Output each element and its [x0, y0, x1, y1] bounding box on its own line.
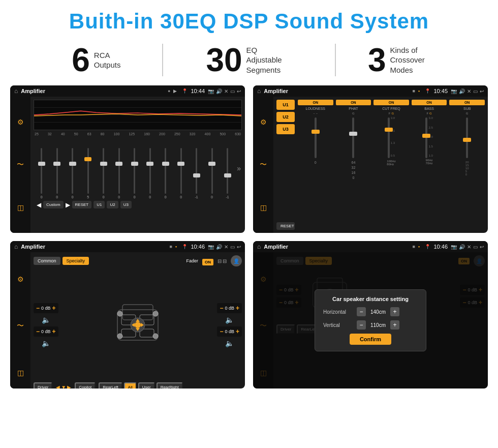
eq-u2-btn[interactable]: U2: [107, 201, 118, 208]
dist-home-icon[interactable]: ⌂: [257, 243, 261, 250]
xover-phat-val4: 0: [352, 176, 354, 180]
eq-screen-title: Amplifier: [21, 88, 165, 94]
xover-sub-slider[interactable]: [466, 117, 468, 158]
fader-left-db2-plus[interactable]: +: [52, 328, 56, 335]
eq-home-icon[interactable]: ⌂: [14, 87, 18, 95]
eq-back-icon[interactable]: ↩: [237, 88, 241, 94]
xover-back-icon[interactable]: ↩: [480, 88, 484, 94]
dialog-confirm-button[interactable]: Confirm: [350, 334, 391, 345]
xover-sub-on[interactable]: ON: [449, 100, 485, 105]
fader-rearright-btn[interactable]: RearRight: [157, 382, 183, 389]
fader-screen: ⌂ Amplifier ■ ● 📍 10:46 📷 🔊 ✕ ▭ ↩ ⚙ 〜 ◫: [10, 241, 245, 389]
fader-location-icon: 📍: [182, 244, 188, 249]
xover-speaker-icon[interactable]: ◫: [260, 203, 267, 212]
stat-rca-number: 6: [72, 44, 90, 76]
fader-right-db2-plus[interactable]: +: [236, 328, 239, 335]
xover-location-icon: 📍: [425, 88, 430, 94]
xover-phat-slider[interactable]: [352, 117, 354, 158]
eq-time: 10:44: [191, 88, 205, 94]
xover-reset-area: RESET: [276, 222, 295, 230]
xover-cutfreq-col: ON CUT FREQ FG 3.02.11.30.5 10: [374, 100, 409, 230]
xover-u3-btn[interactable]: U3: [276, 124, 295, 134]
svg-point-9: [117, 311, 122, 316]
eq-filter-icon[interactable]: ⚙: [17, 118, 24, 126]
eq-next-btn[interactable]: ▶: [66, 201, 70, 208]
xover-phat-g-label: G: [352, 112, 355, 115]
fader-speaker-icon[interactable]: ◫: [17, 369, 24, 377]
xover-bass-on[interactable]: ON: [412, 100, 447, 105]
eq-status-icons: 📷 🔊 ✕ ▭ ↩: [208, 88, 241, 94]
xover-home-icon[interactable]: ⌂: [257, 87, 261, 95]
xover-u1-btn[interactable]: U1: [276, 100, 295, 110]
fader-right-db-2: − 0 dB +: [217, 326, 242, 337]
fader-content: Common Specialty Fader ON ⊟ ⊟ 👤: [30, 252, 245, 389]
fader-right-db1-minus[interactable]: −: [220, 305, 223, 312]
xover-filter-icon[interactable]: ⚙: [260, 118, 267, 126]
fader-user-btn[interactable]: User: [138, 382, 155, 389]
fader-rearleft-btn[interactable]: RearLeft: [99, 382, 122, 389]
fader-left-db-2: − 0 dB +: [34, 326, 58, 337]
fader-side-arrows: ◀ ▼ ▶: [56, 382, 71, 389]
fader-left-arrow[interactable]: ◀: [56, 384, 60, 389]
xover-screen-title: Amplifier: [264, 88, 409, 94]
fader-copilot-btn[interactable]: Copilot: [75, 382, 96, 389]
eq-sidebar: ⚙ 〜 ◫: [10, 97, 30, 233]
xover-loudness-slider[interactable]: [315, 117, 317, 158]
eq-custom-btn[interactable]: Custom: [43, 201, 64, 208]
dialog-vertical-minus[interactable]: −: [357, 320, 366, 330]
dialog-vertical-plus[interactable]: +: [390, 320, 399, 330]
fader-left-db1-minus[interactable]: −: [36, 305, 40, 312]
xover-bass-label: BASS: [424, 107, 434, 110]
stat-rca: 6 RCAOutputs: [30, 44, 162, 76]
dialog-vertical-stepper: − 110cm +: [357, 320, 399, 330]
dialog-horizontal-label: Horizontal: [323, 309, 354, 315]
fader-right-db1-plus[interactable]: +: [236, 305, 239, 312]
fader-down-arrow[interactable]: ▼: [61, 384, 66, 389]
eq-prev-btn[interactable]: ◀: [37, 201, 41, 208]
eq-x-icon: ✕: [224, 88, 228, 94]
xover-u2-btn[interactable]: U2: [276, 112, 295, 122]
xover-sub-label: SUB: [463, 107, 471, 110]
fader-tab-common[interactable]: Common: [34, 257, 60, 265]
distance-screen: ⌂ Amplifier ■ ● 📍 10:46 📷 🔊 ✕ ▭ ↩ ⚙ 〜 ◫: [253, 241, 488, 389]
dist-volume-icon: 🔊: [459, 244, 465, 250]
fader-left-db1-plus[interactable]: +: [52, 305, 56, 312]
xover-phat-val3: 16: [351, 171, 355, 174]
xover-loudness-on[interactable]: ON: [298, 100, 333, 105]
eq-u1-btn[interactable]: U1: [94, 201, 105, 208]
xover-phat-on[interactable]: ON: [336, 100, 371, 105]
dialog-horizontal-minus[interactable]: −: [357, 307, 366, 316]
eq-reset-btn[interactable]: RESET: [72, 201, 92, 208]
fader-left-db2-minus[interactable]: −: [36, 328, 40, 335]
dialog-horizontal-plus[interactable]: +: [390, 307, 399, 316]
xover-loudness-curve: ~~: [313, 112, 318, 115]
xover-sub-col: ON SUB G 20151050: [449, 100, 485, 230]
fader-all-btn[interactable]: All: [124, 382, 137, 389]
xover-main-panel: U1 U2 U3 RESET ON LOUDNESS ~~: [273, 97, 488, 233]
fader-wave-icon[interactable]: 〜: [17, 321, 24, 331]
dist-camera-icon: 📷: [451, 244, 457, 250]
xover-wave-icon[interactable]: 〜: [260, 160, 267, 169]
xover-controls: ON LOUDNESS ~~ 0 ON PHAT G: [298, 100, 485, 230]
eq-wave-icon[interactable]: 〜: [17, 160, 24, 169]
fader-tab-specialty[interactable]: Specialty: [63, 257, 89, 265]
fader-left-db1-val: 0 dB: [41, 306, 51, 311]
eq-slider-5: 0: [97, 148, 110, 199]
xover-cutfreq-on[interactable]: ON: [374, 100, 409, 105]
xover-sidebar: ⚙ 〜 ◫: [253, 97, 273, 233]
xover-cutfreq-slider1[interactable]: [388, 117, 390, 158]
fader-right-arrow[interactable]: ▶: [67, 384, 71, 389]
fader-driver-btn[interactable]: Driver: [34, 382, 52, 389]
eq-slider-11: -1: [190, 148, 203, 199]
fader-right-db2-minus[interactable]: −: [220, 328, 223, 335]
xover-reset-btn[interactable]: RESET: [276, 222, 295, 230]
eq-slider-9: 0: [159, 148, 172, 199]
fader-filter-icon[interactable]: ⚙: [17, 275, 24, 283]
eq-speaker-icon[interactable]: ◫: [17, 203, 24, 212]
eq-expand-btn[interactable]: »: [237, 164, 241, 172]
fader-back-icon[interactable]: ↩: [237, 244, 241, 250]
xover-bass-slider1[interactable]: [425, 117, 427, 158]
fader-home-icon[interactable]: ⌂: [14, 243, 18, 250]
eq-u3-btn[interactable]: U3: [120, 201, 132, 208]
dist-back-icon[interactable]: ↩: [480, 244, 484, 250]
